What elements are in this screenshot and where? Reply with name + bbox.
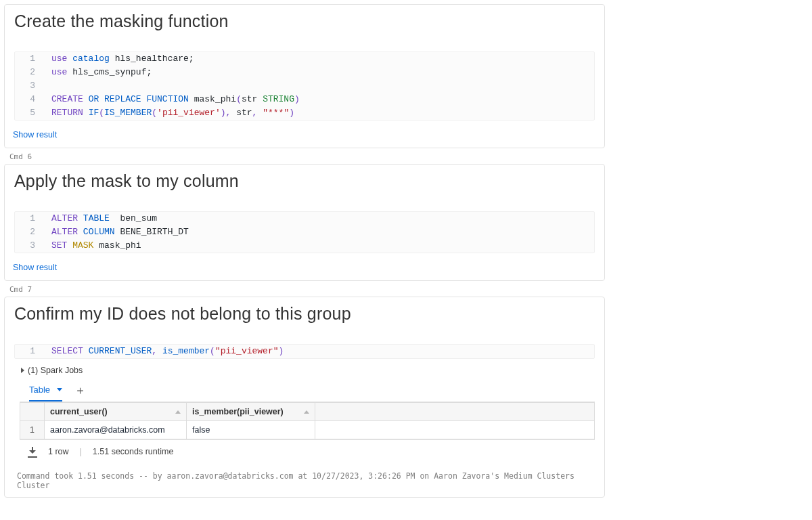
sort-icon: [175, 410, 181, 414]
notebook-cell: Apply the mask to my column 1 ALTER TABL…: [4, 164, 605, 281]
row-count: 1 row: [48, 447, 69, 456]
code-line: use hls_cms_synpuf;: [42, 66, 152, 79]
line-number: 1: [15, 212, 42, 225]
line-number: 3: [15, 79, 42, 93]
result-panel: Table ＋ current_user() is_member(pii_vie…: [5, 379, 604, 467]
code-editor[interactable]: 1 use catalog hls_healthcare; 2 use hls_…: [14, 51, 595, 121]
runtime-label: 1.51 seconds runtime: [93, 447, 174, 456]
column-header[interactable]: is_member(pii_viewer): [187, 403, 315, 421]
command-status: Command took 1.51 seconds -- by aaron.za…: [5, 467, 604, 497]
cell-title: Create the masking function: [5, 5, 604, 35]
sort-icon: [304, 410, 309, 414]
row-index-header: [20, 403, 45, 421]
table-cell-filler: [315, 421, 595, 439]
code-line: SET MASK mask_phi: [42, 239, 141, 253]
caret-right-icon: [21, 368, 24, 373]
show-result-link[interactable]: Show result: [5, 253, 604, 280]
line-number: 2: [15, 225, 42, 239]
cmd-index-label: Cmd 6: [4, 151, 605, 164]
code-line: RETURN IF(IS_MEMBER('pii_viewer'), str, …: [42, 106, 294, 120]
code-line: [42, 79, 57, 93]
chevron-down-icon: [57, 388, 62, 391]
row-index: 1: [20, 421, 45, 439]
line-number: 1: [15, 52, 42, 66]
code-line: ALTER COLUMN BENE_BIRTH_DT: [42, 225, 189, 239]
notebook-cell: Create the masking function 1 use catalo…: [4, 4, 605, 148]
notebook-cell: Confirm my ID does not belong to this gr…: [4, 297, 605, 498]
line-number: 5: [15, 106, 42, 120]
code-editor[interactable]: 1 SELECT CURRENT_USER, is_member("pii_vi…: [14, 344, 595, 359]
line-number: 1: [15, 345, 42, 358]
code-line: use catalog hls_healthcare;: [42, 52, 194, 66]
cell-title: Confirm my ID does not belong to this gr…: [5, 297, 604, 328]
spark-jobs-toggle[interactable]: (1) Spark Jobs: [5, 359, 604, 379]
show-result-link[interactable]: Show result: [5, 121, 604, 148]
column-header[interactable]: current_user(): [45, 403, 187, 421]
divider: |: [80, 447, 82, 456]
code-line: SELECT CURRENT_USER, is_member("pii_view…: [42, 345, 284, 358]
result-tabs: Table ＋: [20, 379, 595, 402]
cmd-index-label: Cmd 7: [4, 284, 605, 297]
add-tab-button[interactable]: ＋: [74, 385, 86, 402]
tab-table[interactable]: Table: [29, 385, 62, 402]
table-cell: aaron.zavora@databricks.com: [45, 421, 187, 439]
code-line: CREATE OR REPLACE FUNCTION mask_phi(str …: [42, 93, 300, 106]
column-header-filler: [315, 403, 595, 421]
result-table: current_user() is_member(pii_viewer) 1 a…: [20, 402, 595, 439]
spark-jobs-label: (1) Spark Jobs: [28, 366, 83, 375]
download-icon[interactable]: [28, 447, 37, 456]
tab-label: Table: [29, 385, 50, 395]
line-number: 4: [15, 93, 42, 106]
code-line: ALTER TABLE ben_sum: [42, 212, 157, 225]
table-cell: false: [187, 421, 315, 439]
line-number: 2: [15, 66, 42, 79]
line-number: 3: [15, 239, 42, 253]
cell-title: Apply the mask to my column: [5, 165, 604, 195]
code-editor[interactable]: 1 ALTER TABLE ben_sum 2 ALTER COLUMN BEN…: [14, 211, 595, 253]
result-footer: 1 row | 1.51 seconds runtime: [20, 439, 595, 463]
table-row: 1 aaron.zavora@databricks.com false: [20, 421, 595, 439]
